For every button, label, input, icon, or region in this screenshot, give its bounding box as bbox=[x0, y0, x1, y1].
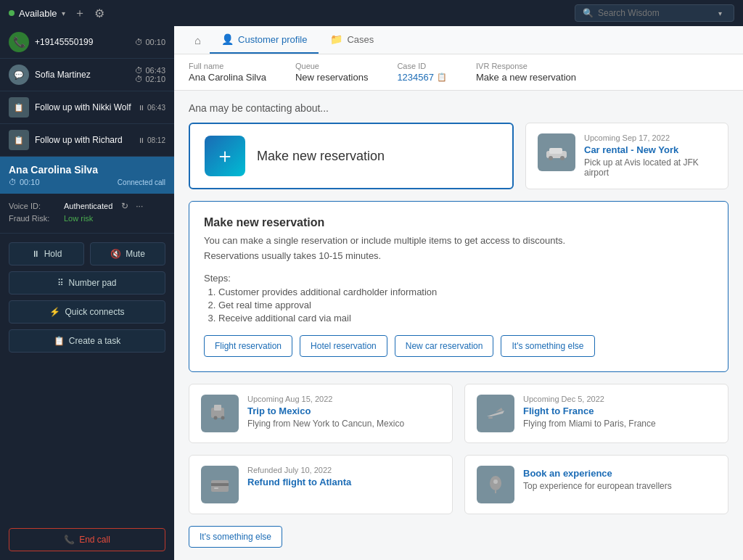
content-scroll: Ana may be contacting about... ＋ Make ne… bbox=[174, 91, 743, 560]
expanded-desc2: Reservations usually takes 10-15 minutes… bbox=[204, 250, 713, 261]
nikki-info: Follow up with Nikki Wolf bbox=[35, 102, 132, 112]
make-reservation-icon: ＋ bbox=[205, 136, 245, 176]
fraud-value: Low risk bbox=[64, 214, 93, 223]
case-id-field: Case ID 1234567 📋 bbox=[397, 62, 447, 83]
ivr-field: IVR Response Make a new reservation bbox=[476, 62, 576, 83]
svg-rect-11 bbox=[214, 487, 218, 489]
car-icon bbox=[538, 133, 575, 171]
add-icon[interactable]: ＋ bbox=[74, 6, 86, 21]
trip-mexico-desc: Flying from New York to Cancun, Mexico bbox=[247, 419, 440, 429]
svg-rect-5 bbox=[214, 405, 221, 411]
sofia-times: ⏱06:43 ⏱02:10 bbox=[135, 66, 165, 83]
active-call-item[interactable]: 📞 +19145550199 ⏱00:10 bbox=[0, 26, 174, 59]
section-title: Ana may be contacting about... bbox=[189, 102, 728, 114]
search-wisdom-bar[interactable]: 🔍 ▾ bbox=[575, 4, 734, 22]
refund-atlanta-icon bbox=[201, 466, 239, 503]
fraud-label: Fraud Risk: bbox=[9, 214, 59, 223]
sofia-info: Sofia Martinez bbox=[35, 70, 129, 80]
steps-label: Steps: bbox=[204, 273, 713, 284]
flight-france-info: Upcoming Dec 5, 2022 Flight to France Fl… bbox=[523, 395, 716, 432]
flight-france-date: Upcoming Dec 5, 2022 bbox=[523, 395, 716, 403]
tab-cases[interactable]: 📁 Cases bbox=[319, 26, 385, 54]
mute-icon: 🔇 bbox=[110, 249, 121, 259]
status-indicator bbox=[9, 10, 15, 16]
task-richard[interactable]: 📋 Follow up with Richard ⏸08:12 bbox=[0, 124, 174, 157]
something-else-button[interactable]: It's something else bbox=[189, 526, 282, 548]
trip-mexico-date: Upcoming Aug 15, 2022 bbox=[247, 395, 440, 403]
active-contact-section: Ana Carolina Silva ⏱ 00:10 Connected cal… bbox=[0, 157, 174, 194]
mute-button[interactable]: 🔇 Mute bbox=[90, 242, 165, 265]
end-call-button[interactable]: 📞 End call bbox=[9, 528, 165, 551]
hotel-reservation-button[interactable]: Hotel reservation bbox=[300, 335, 387, 357]
flight-reservation-button[interactable]: Flight reservation bbox=[204, 335, 292, 357]
trip-mexico-icon bbox=[201, 395, 239, 432]
task-nikki[interactable]: 📋 Follow up with Nikki Wolf ⏸06:43 bbox=[0, 91, 174, 124]
tab-home[interactable]: ⌂ bbox=[186, 27, 210, 54]
book-experience-info: Book an experience Top experience for eu… bbox=[523, 466, 716, 503]
fraud-row: Fraud Risk: Low risk bbox=[9, 214, 165, 223]
full-name-label: Full name bbox=[189, 62, 266, 70]
queue-value: New reservations bbox=[295, 72, 368, 83]
car-rental-title[interactable]: Car rental - New York bbox=[584, 144, 716, 155]
new-car-reservation-button[interactable]: New car reservation bbox=[395, 335, 494, 357]
refresh-icon[interactable]: ↻ bbox=[121, 201, 128, 211]
svg-rect-8 bbox=[488, 417, 493, 419]
contact-sofia[interactable]: 💬 Sofia Martinez ⏱06:43 ⏱02:10 bbox=[0, 59, 174, 91]
flight-france-desc: Flying from Miami to Paris, France bbox=[523, 419, 716, 429]
expanded-desc1: You can make a single reservation or inc… bbox=[204, 235, 713, 246]
trip-mexico-info: Upcoming Aug 15, 2022 Trip to Mexico Fly… bbox=[247, 395, 440, 432]
task-icon-nikki: 📋 bbox=[9, 97, 29, 118]
svg-point-14 bbox=[493, 479, 498, 484]
trip-mexico-card[interactable]: Upcoming Aug 15, 2022 Trip to Mexico Fly… bbox=[189, 384, 453, 443]
call-timer: ⏱00:10 bbox=[135, 38, 165, 46]
search-input[interactable] bbox=[598, 8, 714, 18]
refund-atlanta-card[interactable]: Refunded July 10, 2022 Refund flight to … bbox=[189, 455, 453, 514]
sofia-name: Sofia Martinez bbox=[35, 70, 129, 80]
car-card-info: Upcoming Sep 17, 2022 Car rental - New Y… bbox=[584, 133, 716, 178]
queue-field: Queue New reservations bbox=[295, 62, 368, 83]
richard-info: Follow up with Richard bbox=[35, 135, 132, 145]
car-rental-card[interactable]: Upcoming Sep 17, 2022 Car rental - New Y… bbox=[525, 123, 728, 189]
status-selector[interactable]: Available ▾ bbox=[9, 8, 65, 19]
customer-profile-icon: 👤 bbox=[221, 33, 234, 45]
something-else-button-inline[interactable]: It's something else bbox=[501, 335, 594, 357]
quick-connects-button[interactable]: ⚡ Quick connects bbox=[9, 300, 165, 324]
create-task-icon: 📋 bbox=[54, 336, 65, 346]
active-timer: ⏱ 00:10 bbox=[9, 178, 40, 186]
number-pad-button[interactable]: ⠿ Number pad bbox=[9, 271, 165, 295]
voice-id-value: Authenticated bbox=[64, 202, 112, 210]
case-id-value[interactable]: 1234567 📋 bbox=[397, 72, 447, 83]
queue-label: Queue bbox=[295, 62, 368, 70]
status-label: Available bbox=[19, 8, 57, 19]
connected-badge: Connected call bbox=[118, 178, 165, 186]
number-pad-icon: ⠿ bbox=[57, 278, 64, 288]
task-icon-richard: 📋 bbox=[9, 130, 29, 150]
copy-icon: 📋 bbox=[437, 73, 447, 82]
tabs-bar: ⌂ 👤 Customer profile 📁 Cases bbox=[174, 26, 743, 54]
flight-france-card[interactable]: Upcoming Dec 5, 2022 Flight to France Fl… bbox=[464, 384, 728, 443]
book-experience-title: Book an experience bbox=[523, 468, 716, 479]
gear-icon[interactable]: ⚙ bbox=[94, 7, 104, 20]
hold-button[interactable]: ⏸ Hold bbox=[9, 242, 84, 265]
svg-rect-1 bbox=[549, 148, 562, 154]
customer-info-bar: Full name Ana Carolina Silva Queue New r… bbox=[174, 54, 743, 91]
svg-point-6 bbox=[214, 416, 218, 420]
make-reservation-label: Make new reservation bbox=[257, 149, 385, 164]
ivr-label: IVR Response bbox=[476, 62, 576, 70]
voice-id-label: Voice ID: bbox=[9, 202, 59, 210]
flight-france-title: Flight to France bbox=[523, 405, 716, 416]
step-3: Receive additional card via mail bbox=[218, 313, 713, 324]
refund-atlanta-info: Refunded July 10, 2022 Refund flight to … bbox=[247, 466, 440, 503]
more-icon[interactable]: ··· bbox=[136, 201, 143, 211]
content-area: ⌂ 👤 Customer profile 📁 Cases Full name A… bbox=[174, 26, 743, 560]
refund-atlanta-title: Refund flight to Atlanta bbox=[247, 477, 440, 487]
make-reservation-card[interactable]: ＋ Make new reservation bbox=[189, 123, 514, 189]
nikki-time: ⏸06:43 bbox=[138, 104, 165, 112]
call-icon: 📞 bbox=[9, 32, 29, 52]
book-experience-card[interactable]: Book an experience Top experience for eu… bbox=[464, 455, 728, 514]
expanded-reservation-panel: Make new reservation You can make a sing… bbox=[189, 201, 728, 372]
tab-customer-profile[interactable]: 👤 Customer profile bbox=[210, 26, 319, 54]
create-task-button[interactable]: 📋 Create a task bbox=[9, 329, 165, 353]
richard-time: ⏸08:12 bbox=[138, 136, 165, 144]
car-rental-desc: Pick up at Avis located at JFK airport bbox=[584, 157, 716, 178]
